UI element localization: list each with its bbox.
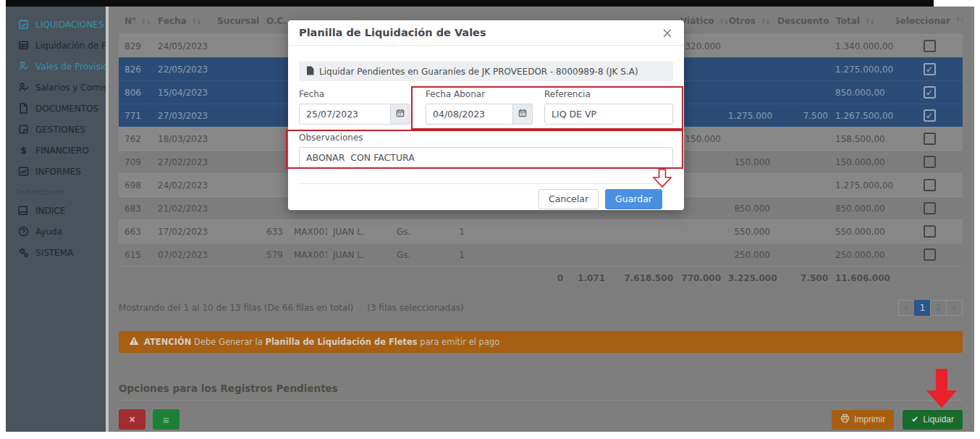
sidebar-item-label: INFORMES [35, 167, 81, 177]
sidebar-item-documentos[interactable]: DOCUMENTOS [6, 98, 106, 119]
sidebar-item-label: GESTIONES [35, 125, 85, 135]
chart-icon [18, 166, 29, 177]
column-header-sel[interactable]: Seleccionar↑↓ [896, 16, 963, 26]
calendar-icon [396, 109, 405, 120]
referencia-label: Referencia [544, 89, 673, 99]
pagination-page-2[interactable]: 2 [930, 300, 947, 316]
imprimir-button[interactable]: Imprimir [832, 410, 894, 430]
page-margin [0, 432, 980, 439]
cancelar-button[interactable]: Cancelar [538, 189, 599, 209]
check-icon: ✔ [911, 414, 918, 425]
sidebar-item-label: FINANCIERO [35, 146, 89, 156]
row-checkbox[interactable] [924, 202, 936, 214]
row-checkbox[interactable] [924, 133, 936, 145]
modal-close-icon[interactable]: × [662, 26, 673, 40]
sort-icon: ↑↓ [264, 18, 266, 25]
sort-icon: ↑↓ [719, 18, 729, 25]
close-x-icon: × [129, 414, 135, 425]
sidebar-item-label: LIQUIDACIONES [35, 20, 104, 30]
sort-icon: ↑↓ [761, 18, 770, 25]
sidebar-item-liquidaciones[interactable]: LIQUIDACIONES [6, 14, 106, 35]
column-header-fecha[interactable]: Fecha↑↓ [152, 16, 211, 26]
sidebar-item--ndice[interactable]: ÍNDICE [6, 200, 106, 221]
row-checkbox[interactable] [924, 40, 936, 52]
book-icon [18, 205, 29, 216]
warning-banner: ATENCIÓN Debe Generar la Planilla de Liq… [119, 331, 963, 353]
sort-icon: ↑↓ [955, 16, 963, 26]
observaciones-input[interactable] [299, 147, 673, 168]
printer-icon [840, 414, 850, 425]
table-row[interactable]: 61507/02/2023579MAX001JUAN L.Gs.1250.000… [119, 243, 963, 266]
table-icon [18, 40, 29, 51]
sort-icon: ↑↓ [865, 18, 874, 25]
modal-title: Planilla de Liquidación de Vales [299, 27, 486, 38]
column-header-descuento[interactable]: Descuento↑↓ [777, 16, 835, 26]
pagination-next[interactable]: › [946, 300, 963, 316]
column-header-total[interactable]: Total↑↓ [835, 16, 896, 26]
sort-icon: ↑↓ [141, 18, 151, 25]
modal-info-bar: Liquidar Pendientes en Guaraníes de JK P… [299, 62, 673, 81]
pagination: ‹12› [899, 300, 963, 316]
sidebar-section-label: Definiciones [6, 182, 106, 200]
sidebar-item-gestiones[interactable]: GESTIONES [6, 119, 106, 140]
row-checkbox-checked[interactable]: ✓ [924, 109, 936, 122]
calendar-icon [518, 109, 527, 120]
dollar-icon: $ [18, 145, 29, 156]
sidebar-item-label: ÍNDICE [35, 206, 65, 216]
row-checkbox-checked[interactable]: ✓ [924, 86, 936, 99]
menu-list-icon: ≡ [163, 414, 169, 426]
column-header-oc[interactable]: O.C.↑↓ [266, 16, 288, 26]
warning-icon [129, 336, 139, 348]
sidebar-item-ayuda[interactable]: Ayuda [6, 221, 106, 242]
column-header-sucursal[interactable]: Sucursal↑↓ [211, 16, 266, 26]
row-checkbox-checked[interactable]: ✓ [924, 63, 936, 75]
table-totals-row: 01.0717.618.500770.0003.225.0007.50011.6… [119, 266, 963, 290]
user-check-icon [18, 82, 29, 93]
table-row[interactable]: 66317/02/2023633MAX001JUAN L.Gs.1550.000… [119, 220, 963, 243]
row-checkbox[interactable] [924, 179, 936, 191]
liquidar-button[interactable]: ✔ Liquidar [903, 410, 963, 430]
planilla-modal: Planilla de Liquidación de Vales × Liqui… [288, 20, 684, 210]
sidebar-item-sistema[interactable]: SISTEMA [6, 242, 106, 263]
referencia-input[interactable] [544, 104, 673, 125]
options-section-title: Opciones para los Registros Pendientes [119, 382, 338, 394]
column-header-otros[interactable]: Otros↑↓ [728, 16, 777, 26]
clear-selection-button[interactable]: × [119, 409, 145, 430]
fecha-abonar-input[interactable] [426, 104, 513, 125]
table-showing-text: Mostrando del 1 al 10 de 13 filas (De 66… [119, 303, 464, 313]
sidebar-item-financiero[interactable]: $FINANCIERO [6, 140, 106, 161]
sidebar-item-informes[interactable]: INFORMES [6, 161, 106, 182]
fecha-label: Fecha [299, 89, 410, 99]
calendar-check-icon [18, 19, 29, 30]
fecha-abonar-calendar-button[interactable] [513, 104, 533, 125]
sidebar-item-label: Ayuda [35, 227, 62, 237]
browser-top-bar [6, 0, 934, 7]
column-header-n[interactable]: N°↑↓ [119, 16, 152, 26]
sidebar-item-label: DOCUMENTOS [35, 104, 98, 114]
gears-icon [18, 247, 29, 258]
row-checkbox[interactable] [924, 156, 936, 168]
fecha-calendar-button[interactable] [391, 104, 410, 125]
fecha-abonar-label: Fecha Abonar [426, 89, 533, 99]
sidebar-nav: LIQUIDACIONESLiquidación de FletesVales … [6, 7, 106, 432]
note-icon [18, 124, 29, 135]
row-checkbox[interactable] [924, 248, 936, 261]
sidebar-item-vales-de-provisi-n[interactable]: Vales de Provisión [6, 56, 106, 77]
user-desk-icon [18, 61, 29, 72]
row-checkbox[interactable] [924, 225, 936, 238]
sidebar-item-liquidaci-n-de-fletes[interactable]: Liquidación de Fletes [6, 35, 106, 56]
file-icon [18, 103, 29, 114]
observaciones-label: Observaciones [299, 133, 673, 143]
list-options-button[interactable]: ≡ [153, 409, 179, 430]
document-icon [306, 66, 314, 78]
sidebar-item-label: SISTEMA [35, 248, 73, 258]
guardar-button[interactable]: Guardar [605, 189, 662, 209]
sidebar-item-label: Vales de Provisión [35, 62, 114, 72]
column-header-viatico[interactable]: Viático↑↓ [680, 16, 728, 26]
sort-icon: ↑↓ [835, 18, 835, 25]
fecha-input[interactable] [299, 104, 391, 125]
pagination-page-1[interactable]: 1 [914, 300, 931, 316]
sort-icon: ↑↓ [192, 18, 201, 25]
pagination-prev[interactable]: ‹ [898, 300, 915, 316]
sidebar-item-salarios-y-comisiones[interactable]: Salarios y Comisiones [6, 77, 106, 98]
